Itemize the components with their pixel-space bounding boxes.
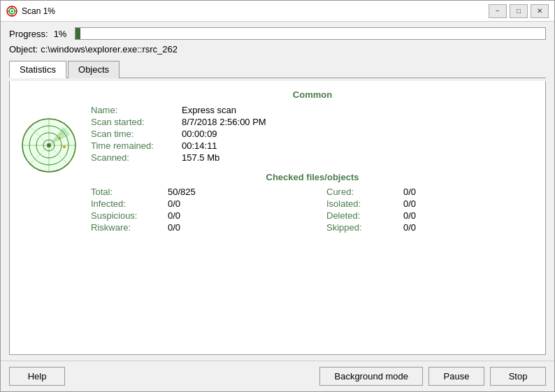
isolated-row: Isolated: 0/0 — [326, 198, 534, 209]
scanned-label: Scanned: — [91, 152, 182, 164]
pause-button[interactable]: Pause — [428, 367, 484, 386]
infected-val: 0/0 — [168, 198, 180, 209]
infected-row: Infected: 0/0 — [91, 198, 298, 209]
riskware-val: 0/0 — [168, 222, 180, 233]
tab-objects[interactable]: Objects — [68, 61, 120, 78]
scanned-row: Scanned: 157.5 Mb — [91, 152, 534, 164]
svg-point-16 — [58, 137, 61, 140]
progress-percent: 1% — [54, 29, 67, 39]
name-label: Name: — [91, 104, 182, 116]
object-value: c:\windows\explorer.exe::rsrc_262 — [41, 44, 178, 55]
scan-started-label: Scan started: — [91, 116, 182, 128]
deleted-key: Deleted: — [326, 210, 403, 221]
checked-section: Total: 50/825 Infected: 0/0 Suspicious: … — [91, 187, 534, 234]
skipped-key: Skipped: — [326, 222, 403, 233]
checked-section-title: Checked files/objects — [91, 172, 534, 182]
title-bar: Scan 1% − □ ✕ — [1, 1, 554, 22]
infected-key: Infected: — [91, 198, 168, 209]
svg-point-17 — [63, 145, 66, 148]
scanned-value: 157.5 Mb — [182, 152, 534, 164]
radar-area — [21, 89, 77, 346]
progress-row: Progress: 1% — [9, 27, 546, 40]
object-label: Object: — [9, 44, 38, 55]
tab-statistics[interactable]: Statistics — [9, 61, 66, 78]
deleted-val: 0/0 — [403, 210, 416, 221]
time-remained-row: Time remained: 00:14:11 — [91, 140, 534, 152]
time-remained-value: 00:14:11 — [182, 140, 534, 152]
suspicious-row: Suspicious: 0/0 — [91, 210, 298, 221]
window-title: Scan 1% — [22, 6, 489, 16]
scan-time-label: Scan time: — [91, 128, 182, 140]
name-value: Express scan — [182, 104, 534, 116]
cured-row: Cured: 0/0 — [326, 187, 534, 197]
time-remained-label: Time remained: — [91, 140, 182, 152]
progress-bar-fill — [75, 28, 80, 39]
object-row: Object: c:\windows\explorer.exe::rsrc_26… — [9, 44, 546, 55]
svg-point-2 — [11, 10, 13, 12]
maximize-button[interactable]: □ — [510, 4, 528, 18]
stats-panel: Common Name: Express scan Scan started: … — [9, 81, 546, 355]
main-window: Scan 1% − □ ✕ Progress: 1% Object: c:\wi… — [0, 0, 555, 392]
name-row: Name: Express scan — [91, 104, 534, 116]
radar-icon — [21, 117, 77, 173]
progress-label: Progress: — [9, 29, 48, 39]
total-row: Total: 50/825 — [91, 187, 298, 197]
common-section-title: Common — [91, 89, 534, 100]
scan-time-value: 00:00:09 — [182, 128, 534, 140]
progress-bar-container — [75, 27, 546, 40]
suspicious-val: 0/0 — [168, 210, 180, 221]
common-info-table: Name: Express scan Scan started: 8/7/201… — [91, 104, 534, 164]
cured-key: Cured: — [326, 187, 403, 197]
stats-info: Common Name: Express scan Scan started: … — [91, 89, 534, 346]
skipped-val: 0/0 — [403, 222, 416, 233]
svg-point-15 — [47, 143, 51, 147]
footer-right: Background mode Pause Stop — [319, 367, 546, 386]
total-val: 50/825 — [168, 187, 196, 197]
main-content: Progress: 1% Object: c:\windows\explorer… — [1, 22, 554, 361]
scan-time-row: Scan time: 00:00:09 — [91, 128, 534, 140]
suspicious-key: Suspicious: — [91, 210, 168, 221]
deleted-row: Deleted: 0/0 — [326, 210, 534, 221]
scan-started-value: 8/7/2018 2:56:00 PM — [182, 116, 534, 128]
minimize-button[interactable]: − — [489, 4, 507, 18]
help-button[interactable]: Help — [9, 367, 65, 386]
close-button[interactable]: ✕ — [531, 4, 549, 18]
riskware-row: Riskware: 0/0 — [91, 222, 298, 233]
skipped-row: Skipped: 0/0 — [326, 222, 534, 233]
stop-button[interactable]: Stop — [490, 367, 546, 386]
background-mode-button[interactable]: Background mode — [319, 367, 423, 386]
checked-right-col: Cured: 0/0 Isolated: 0/0 Deleted: 0/0 — [326, 187, 534, 234]
isolated-val: 0/0 — [403, 198, 416, 209]
app-icon — [6, 6, 17, 17]
scan-started-row: Scan started: 8/7/2018 2:56:00 PM — [91, 116, 534, 128]
window-controls: − □ ✕ — [489, 4, 549, 18]
footer: Help Background mode Pause Stop — [1, 361, 554, 391]
total-key: Total: — [91, 187, 168, 197]
riskware-key: Riskware: — [91, 222, 168, 233]
cured-val: 0/0 — [403, 187, 416, 197]
checked-left-col: Total: 50/825 Infected: 0/0 Suspicious: … — [91, 187, 298, 234]
tabs-container: Statistics Objects — [9, 60, 546, 78]
footer-left: Help — [9, 367, 65, 386]
isolated-key: Isolated: — [326, 198, 403, 209]
